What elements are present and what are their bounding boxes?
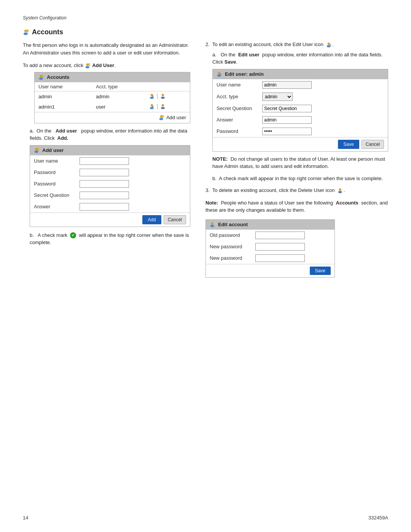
field-label: Secret Question — [34, 192, 76, 198]
field-input[interactable] — [262, 105, 312, 112]
note-text: NOTE: Do not change all users to the sta… — [212, 155, 388, 170]
svg-point-1 — [24, 33, 28, 35]
svg-point-40 — [217, 74, 221, 76]
svg-point-7 — [88, 63, 90, 65]
section-title-text: Accounts — [32, 28, 63, 36]
accounts-table: User name Acct. type admin admin — [35, 82, 190, 112]
accounts-panel-header: Accounts — [35, 72, 190, 82]
edit-cancel-button[interactable]: Cancel — [362, 140, 384, 149]
field-select[interactable]: adminuser — [262, 93, 293, 101]
form-row: New password — [206, 241, 335, 252]
svg-point-5 — [86, 64, 88, 66]
accttype-cell: user — [92, 102, 145, 112]
note2-text: Note: People who have a status of User s… — [206, 199, 388, 214]
svg-point-27 — [160, 115, 162, 117]
sub-item-a-label: a. On the Add user popup window, enter i… — [30, 127, 190, 142]
svg-point-33 — [35, 150, 38, 152]
sub-a-bold: Add user — [56, 128, 77, 134]
col-username-header: User name — [35, 82, 92, 91]
col-accttype-header: Acct. type — [92, 82, 145, 91]
delete-icon[interactable] — [160, 93, 166, 100]
form-row: Password — [213, 126, 388, 137]
field-label: User name — [34, 158, 76, 164]
field-label: Answer — [217, 117, 258, 123]
svg-point-46 — [210, 225, 214, 227]
field-input[interactable] — [80, 157, 129, 165]
edit-user-panel: Edit user: admin User name Acct. type ad… — [212, 69, 388, 152]
svg-point-34 — [37, 148, 39, 149]
accounts-panel: Accounts User name Acct. type admin — [34, 72, 190, 123]
field-input[interactable] — [255, 232, 305, 239]
right-sub-item-b: b. A check mark will appear in the top r… — [212, 175, 388, 182]
left-column: The first person who logs in is automati… — [23, 42, 190, 252]
form-row: Password — [30, 178, 190, 190]
svg-point-10 — [40, 75, 42, 77]
right-sub-a-label: a. On the Edit user popup window, enter … — [212, 51, 388, 66]
form-row: User name — [213, 79, 388, 91]
form-row: Password — [30, 167, 190, 178]
edit-icon[interactable] — [149, 103, 155, 110]
sub-item-b: b. A check mark ✔ will appear in the top… — [30, 232, 190, 246]
system-config-label: System Configuration — [23, 15, 388, 21]
add-user-panel-header: Add user — [30, 145, 190, 155]
page-footer: 14 332459A — [23, 515, 388, 521]
table-row: admin1 user — [35, 102, 190, 112]
sub-item-a: a. On the Add user popup window, enter i… — [30, 127, 190, 227]
svg-point-38 — [327, 45, 330, 47]
field-label: New password — [210, 244, 252, 249]
field-input[interactable] — [80, 203, 129, 211]
svg-point-23 — [162, 104, 164, 106]
add-user-panel: Add user User name Password Password Sec… — [30, 145, 190, 227]
field-label: Password — [34, 181, 76, 187]
separator — [157, 94, 158, 99]
form-row: Answer — [213, 114, 388, 126]
edit-icon[interactable] — [149, 93, 155, 100]
edit-account-actions: Save — [206, 264, 335, 277]
edit-account-panel-title: Edit account — [218, 222, 248, 227]
accttype-cell: admin — [92, 91, 145, 102]
field-input[interactable] — [262, 128, 312, 135]
field-label: New password — [210, 255, 252, 261]
field-input[interactable] — [80, 169, 129, 176]
form-row: Answer — [30, 201, 190, 212]
separator — [157, 104, 158, 109]
sub-item-b-label: b. A check mark ✔ will appear in the top… — [30, 232, 190, 246]
field-label: Password — [217, 128, 258, 134]
section-title: Accounts — [23, 28, 388, 36]
add-user-actions: Add Cancel — [30, 212, 190, 227]
item3-label: 3. To delete an existing account, click … — [206, 187, 388, 194]
form-row: New password — [206, 252, 335, 264]
svg-point-37 — [328, 43, 330, 45]
accounts-panel-title: Accounts — [47, 74, 69, 80]
svg-point-39 — [218, 72, 220, 74]
edit-account-save-button[interactable]: Save — [310, 267, 331, 275]
item2-label: 2. To edit an existing account, click th… — [206, 42, 388, 48]
right-sub-b-label: b. A check mark will appear in the top r… — [212, 175, 388, 182]
field-input[interactable] — [255, 243, 305, 251]
svg-point-17 — [162, 94, 164, 96]
add-button[interactable]: Add — [142, 215, 161, 224]
form-row: Secret Question — [30, 190, 190, 201]
add-cancel-button[interactable]: Cancel — [164, 215, 186, 224]
svg-point-28 — [159, 118, 163, 120]
edit-save-button[interactable]: Save — [338, 140, 359, 149]
intro-text: The first person who logs in is automati… — [23, 42, 190, 56]
add-user-button[interactable]: Add user — [159, 115, 186, 121]
sub-b-text1: A check mark — [38, 232, 67, 238]
edit-account-panel-header: Edit account — [206, 220, 335, 230]
edit-user-actions: Save Cancel — [213, 137, 388, 151]
field-input[interactable] — [262, 116, 312, 124]
checkmark-icon: ✔ — [70, 232, 76, 238]
accounts-icon — [23, 28, 30, 36]
field-input[interactable] — [255, 254, 305, 262]
form-row: User name — [30, 155, 190, 167]
field-input[interactable] — [80, 192, 129, 199]
delete-icon[interactable] — [160, 103, 166, 110]
field-input[interactable] — [80, 180, 129, 188]
add-user-panel-title: Add user — [42, 147, 64, 153]
svg-point-0 — [25, 30, 27, 32]
form-row: Acct. type adminuser — [213, 91, 388, 103]
svg-point-32 — [35, 148, 37, 150]
add-user-label: Add user — [166, 115, 186, 120]
doc-number: 332459A — [368, 515, 388, 521]
